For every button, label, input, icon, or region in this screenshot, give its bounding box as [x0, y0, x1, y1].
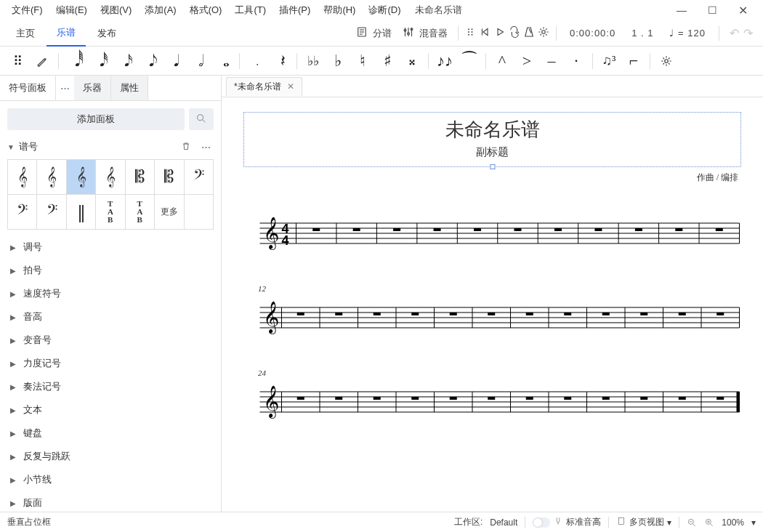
clef-cell[interactable]: 𝄞	[37, 160, 66, 195]
menu-view[interactable]: 视图(V)	[94, 1, 137, 20]
staff-system[interactable]: 𝄞44	[258, 213, 741, 254]
menu-tools[interactable]: 工具(T)	[229, 1, 272, 20]
palette-section-文本[interactable]: ▶文本	[0, 398, 221, 422]
clef-cell[interactable]: 𝄡	[155, 160, 184, 195]
undo-button[interactable]: ↶	[730, 26, 739, 40]
palette-section-键盘[interactable]: ▶键盘	[0, 422, 221, 445]
concert-pitch-toggle[interactable]: 标准音高	[533, 516, 601, 528]
drag-handle-icon[interactable]: ⠿	[6, 49, 29, 73]
palette-section-速度符号[interactable]: ▶速度符号	[0, 282, 221, 305]
title-frame[interactable]: 未命名乐谱 副标题	[243, 112, 741, 167]
workspace-value[interactable]: Default	[490, 517, 517, 528]
accidental-double-sharp[interactable]: 𝄪	[400, 49, 424, 73]
clef-cell[interactable]: TAB	[96, 195, 125, 230]
accidental-flat[interactable]: ♭	[326, 49, 350, 73]
staff-system[interactable]: 12𝄞	[258, 297, 741, 338]
minimize-button[interactable]: —	[667, 1, 696, 19]
loop-button[interactable]	[508, 25, 521, 41]
panel-tab-palette[interactable]: 符号面板	[0, 76, 56, 100]
clef-cell[interactable]: 𝄢	[8, 195, 37, 230]
parts-button[interactable]: 分谱	[351, 23, 396, 44]
clef-cell[interactable]: 𝄞	[67, 160, 96, 195]
accent-button[interactable]: >	[515, 49, 538, 73]
tab-home[interactable]: 主页	[6, 21, 45, 46]
accidental-sharp[interactable]: ♯	[376, 49, 399, 73]
rewind-button[interactable]	[479, 25, 492, 41]
palette-section-反复与跳跃[interactable]: ▶反复与跳跃	[0, 445, 221, 468]
duration-64th[interactable]: 𝅘𝅥𝅱	[63, 49, 86, 73]
mixer-button[interactable]: 混音器	[397, 23, 452, 44]
playback-settings-button[interactable]	[537, 25, 550, 41]
tab-score[interactable]: 乐谱	[47, 20, 86, 47]
zoom-out-button[interactable]	[687, 517, 697, 528]
tuplet-button[interactable]: ♫³	[597, 49, 621, 73]
menu-diagnostics[interactable]: 诊断(D)	[363, 1, 406, 20]
dot-button[interactable]: 𝅭	[244, 49, 267, 73]
duration-16th[interactable]: 𝅘𝅥𝅯	[113, 49, 136, 73]
clef-cell[interactable]: 𝄞	[96, 160, 125, 195]
clef-cell[interactable]: ‖	[67, 195, 96, 230]
duration-32nd[interactable]: 𝅘𝅥𝅰	[88, 49, 111, 73]
tab-publish[interactable]: 发布	[87, 21, 126, 46]
score-subtitle[interactable]: 副标题	[244, 145, 740, 159]
palette-section-小节线[interactable]: ▶小节线	[0, 468, 221, 491]
duration-whole[interactable]: 𝅝	[211, 49, 235, 73]
duration-quarter[interactable]: 𝅘𝅥	[162, 49, 185, 73]
panel-tab-properties[interactable]: 属性	[111, 76, 148, 100]
add-panel-button[interactable]: 添加面板	[7, 108, 185, 130]
clef-more-button[interactable]: 更多	[155, 195, 184, 230]
duration-eighth[interactable]: 𝅘𝅥𝅮	[137, 49, 161, 73]
maximize-button[interactable]: ☐	[698, 1, 727, 19]
tempo-display[interactable]: ♩ = 120	[662, 28, 713, 39]
frame-handle-icon[interactable]	[490, 164, 495, 169]
menu-file[interactable]: 文件(F)	[6, 1, 49, 20]
rest-button[interactable]: 𝄽	[269, 49, 292, 73]
palette-section-奏法记号[interactable]: ▶奏法记号	[0, 375, 221, 398]
chevron-down-icon[interactable]: ▾	[751, 517, 756, 528]
panel-tab-instruments[interactable]: 乐器	[74, 76, 111, 100]
clef-cell[interactable]: 𝄞	[8, 160, 37, 195]
staff-system[interactable]: 24𝄞	[258, 382, 741, 422]
palette-search-button[interactable]	[189, 108, 214, 130]
zoom-in-button[interactable]	[704, 517, 714, 528]
clef-cell[interactable]: 𝄢	[185, 160, 214, 195]
note-input-mode-button[interactable]	[31, 49, 54, 73]
palette-section-调号[interactable]: ▶调号	[0, 235, 221, 259]
menu-add[interactable]: 添加(A)	[139, 1, 182, 20]
delete-icon[interactable]	[178, 141, 194, 153]
duration-half[interactable]: 𝅗𝅥	[187, 49, 210, 73]
composer-text[interactable]: 作曲 / 编排	[243, 172, 738, 184]
panel-tab-more-icon[interactable]: ⋯	[56, 76, 74, 100]
staccato-button[interactable]: ·	[565, 49, 588, 73]
clef-cell[interactable]: 𝄢	[37, 195, 66, 230]
menu-help[interactable]: 帮助(H)	[318, 1, 361, 20]
drag-handle-icon[interactable]	[464, 25, 477, 41]
view-mode-dropdown[interactable]: 多页视图 ▾	[616, 516, 671, 528]
clef-cell[interactable]: 𝄡	[126, 160, 155, 195]
accidental-natural[interactable]: ♮	[351, 49, 374, 73]
tie-button[interactable]: ♪♪	[433, 49, 456, 73]
palette-section-变音号[interactable]: ▶变音号	[0, 329, 221, 352]
more-icon[interactable]: ⋯	[198, 142, 214, 153]
clef-cell[interactable]: TAB	[126, 195, 155, 230]
tenuto-button[interactable]: –	[540, 49, 563, 73]
close-button[interactable]: ✕	[728, 1, 757, 20]
accidental-double-flat[interactable]: ♭♭	[302, 49, 325, 73]
play-button[interactable]	[493, 25, 506, 41]
menu-format[interactable]: 格式(O)	[184, 1, 228, 20]
menu-edit[interactable]: 编辑(E)	[50, 1, 93, 20]
document-tab[interactable]: *未命名乐谱 ✕	[226, 77, 302, 96]
metronome-button[interactable]	[522, 25, 536, 41]
palette-section-音高[interactable]: ▶音高	[0, 305, 221, 329]
flip-button[interactable]: ⌐	[622, 49, 645, 73]
palette-section-clefs-header[interactable]: ▼ 谱号 ⋯	[0, 137, 221, 156]
slur-button[interactable]: ⁀	[458, 49, 481, 73]
score-title[interactable]: 未命名乐谱	[244, 117, 740, 142]
toolbar-settings-button[interactable]	[655, 49, 678, 73]
menu-plugins[interactable]: 插件(P)	[273, 1, 316, 20]
zoom-value[interactable]: 100%	[722, 517, 744, 528]
palette-section-拍号[interactable]: ▶拍号	[0, 259, 221, 282]
marcato-button[interactable]: ^	[490, 49, 514, 73]
close-tab-icon[interactable]: ✕	[287, 81, 294, 92]
redo-button[interactable]: ↷	[743, 26, 753, 40]
